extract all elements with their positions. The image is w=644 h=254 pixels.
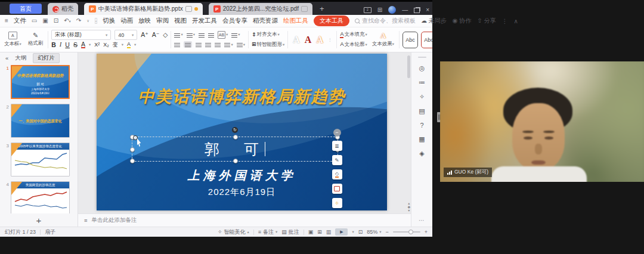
view-mode-icon[interactable]: 2 — [364, 7, 371, 13]
notes-toggle-button[interactable]: ≡备注▾ — [258, 228, 278, 236]
command-search[interactable]: 查找命令、搜索模板 — [355, 17, 416, 25]
underline-button[interactable]: U — [65, 42, 70, 48]
menu-file[interactable]: 文件 — [14, 17, 26, 25]
rail-handle[interactable] — [418, 57, 426, 58]
more-menu-icon[interactable]: ⋮ — [501, 18, 507, 24]
slide-date[interactable]: 2022年6月19日 — [97, 187, 387, 198]
new-slide-icon[interactable]: ▤ — [419, 107, 425, 115]
slide-sorter-icon[interactable]: ⊞ — [317, 229, 322, 235]
tab-slides-active[interactable]: 幻灯片 — [33, 53, 60, 63]
menu-devtools[interactable]: 开发工具 — [192, 17, 217, 25]
highlight-button[interactable]: A — [127, 42, 131, 48]
pdf-tab[interactable]: P 2022上外第四...究生论坛.pdf — [209, 3, 312, 15]
author-name-text[interactable]: 郭 可 — [132, 137, 338, 161]
menu-view[interactable]: 视图 — [174, 17, 187, 25]
font-name-select[interactable]: 宋体 (标题)▾ — [51, 30, 111, 40]
help-icon[interactable]: ? — [420, 122, 423, 129]
quickbar-caret-icon[interactable]: ∨ — [86, 19, 89, 23]
menu-drawing-tools[interactable]: 绘图工具 — [283, 17, 308, 25]
menu-overflow-icon[interactable]: ‹ — [95, 18, 97, 24]
font-size-select[interactable]: 40▾ — [114, 30, 137, 40]
share-button[interactable]: ⇧ 分享 — [477, 17, 496, 25]
collaborate-button[interactable]: ◉ 协作 — [453, 17, 472, 25]
quick-edit-pen-icon[interactable]: ✎ — [332, 155, 342, 165]
menu-docer-resources[interactable]: 稻壳资源 — [253, 17, 278, 25]
italic-button[interactable]: I — [60, 42, 62, 48]
text-outline-button[interactable]: A文本轮廓▾ — [340, 41, 367, 48]
undo-icon[interactable]: ↶▾ — [64, 18, 71, 24]
wordart-more-icon[interactable]: ⋮ — [328, 38, 332, 42]
thumbnail-slide-4[interactable]: 4 美国两党的涉华态度 — [3, 181, 78, 213]
font-color-caret[interactable]: ▾ — [89, 42, 91, 47]
shape-style-red[interactable]: Abc — [421, 32, 432, 48]
video-call-window[interactable]: GUO Ke (郭可) — [440, 61, 644, 182]
slideshow-play-button[interactable]: ▶ — [335, 228, 348, 236]
quick-border-icon[interactable] — [332, 184, 342, 194]
thumbnail-slide-2[interactable]: 2 一、美国对中国的态度变化 — [3, 104, 78, 138]
columns-button[interactable]: ▾ — [224, 42, 233, 47]
menu-text-tools-active[interactable]: 文本工具 — [314, 16, 349, 26]
smart-beautify-button[interactable]: ✧智能美化▴ — [218, 228, 249, 236]
canvas-scrollbar[interactable] — [407, 55, 410, 78]
increase-indent-button[interactable] — [208, 33, 214, 37]
restore-button[interactable] — [414, 8, 420, 13]
justify-button[interactable] — [205, 42, 211, 47]
strikethrough-button[interactable]: S — [73, 42, 78, 48]
thumbnail-slide-1-selected[interactable]: 1 中美话语博弈新格局新趋势 郭 可 上海外国语大学 2022年6月19日 — [3, 65, 78, 99]
menu-member[interactable]: 会员专享 — [222, 17, 247, 25]
smart-graphic-button[interactable]: ⊞转智能图形▾ — [252, 41, 284, 48]
hamburger-icon[interactable]: ≡ — [5, 18, 8, 24]
change-case-button[interactable]: 变 — [113, 42, 118, 48]
subscript-button[interactable]: X₂ — [103, 42, 109, 48]
menu-animation[interactable]: 动画 — [120, 17, 133, 25]
reading-view-icon[interactable]: ▥ — [326, 229, 332, 235]
format-painter-button[interactable]: ✎ 格式刷 — [26, 29, 45, 51]
wordart-style-orange[interactable]: A — [316, 35, 323, 45]
notes-bar[interactable]: ≡ 单击此处添加备注 — [78, 213, 411, 227]
zoom-out-button[interactable]: − — [385, 229, 388, 235]
normal-view-icon[interactable]: ▣ — [308, 229, 314, 235]
numbered-list-button[interactable]: ▾ — [187, 32, 195, 37]
sync-status[interactable]: ☁ 未同步 — [421, 17, 447, 25]
theme-name[interactable]: 扇子 — [45, 228, 55, 236]
rail-more-icon[interactable]: ⋯ — [419, 217, 425, 224]
align-left-button[interactable] — [174, 42, 180, 47]
quick-shape-fill-icon[interactable]: ◇ — [332, 169, 342, 179]
line-spacing-button[interactable]: ▾ — [231, 32, 240, 37]
slide-organization[interactable]: 上海外国语大学 — [97, 168, 387, 184]
increase-font-button[interactable]: A⁺ — [141, 32, 148, 38]
docer-tab[interactable]: 稻壳 — [48, 3, 78, 15]
account-avatar[interactable] — [388, 6, 396, 14]
tab-grid-icon[interactable]: ⊞ — [377, 7, 382, 13]
decrease-indent-button[interactable] — [199, 33, 205, 37]
settings-sliders-icon[interactable]: ≔ — [419, 79, 425, 86]
collapse-ribbon-icon[interactable]: ∧ — [513, 18, 518, 24]
tab-outline[interactable]: 大纲 — [15, 54, 26, 62]
quick-layout-icon[interactable]: ≣ — [332, 141, 342, 151]
redo-icon[interactable]: ↷ — [76, 18, 81, 24]
premium-gem-icon[interactable]: ◈ — [419, 150, 424, 157]
menu-transition[interactable]: 切换 — [103, 17, 115, 25]
align-right-button[interactable] — [196, 42, 202, 47]
text-effect-button[interactable]: A 文本效果▾ — [370, 29, 396, 51]
bold-button[interactable]: B — [51, 42, 56, 48]
minimize-button[interactable]: — — [402, 7, 408, 13]
align-text-button[interactable]: ⇕对齐文本▾ — [252, 31, 280, 38]
textbox-button[interactable]: A 文本框▾ — [2, 29, 23, 51]
rotate-handle[interactable]: ↻ — [232, 127, 238, 133]
phone-sync-icon[interactable]: ◎ — [419, 64, 425, 72]
print-icon[interactable]: ▣ — [42, 18, 48, 24]
menu-review[interactable]: 审阅 — [156, 17, 169, 25]
zoom-level[interactable]: 85%▾ — [367, 229, 381, 235]
beautify-wand-icon[interactable]: ✧ — [419, 93, 425, 101]
play-options-caret[interactable]: ▾ — [352, 230, 354, 234]
superscript-button[interactable]: X² — [94, 42, 100, 48]
slide-title[interactable]: 中美话语博弈新格局新趋势 — [97, 86, 387, 107]
distribute-button[interactable] — [215, 42, 221, 47]
scroll-arrows[interactable]: ▴◆▾ — [407, 202, 410, 212]
fit-slide-icon[interactable]: ⊡ — [358, 229, 363, 235]
home-tab-button[interactable]: 首页 — [10, 4, 42, 14]
document-tab-active[interactable]: P 中美话语博弈新格局新趋势.pptx — [84, 3, 203, 15]
font-color-button[interactable]: A — [81, 41, 85, 49]
bullet-list-button[interactable]: ▾ — [174, 32, 182, 37]
